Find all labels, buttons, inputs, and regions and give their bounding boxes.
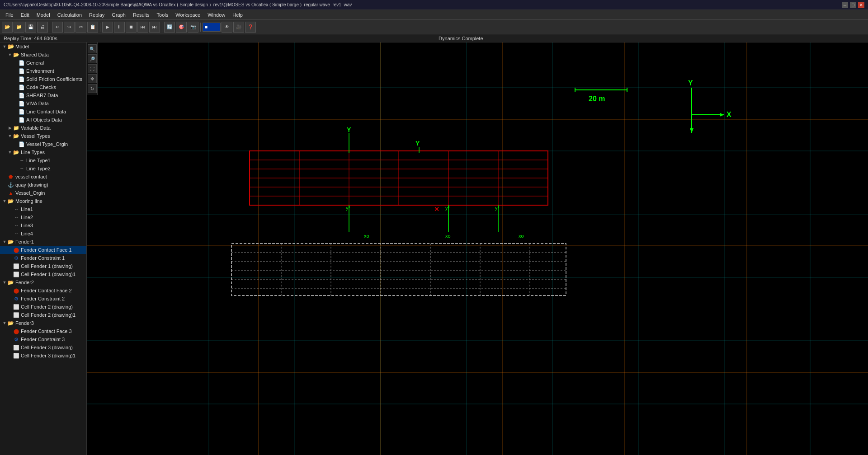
sidebar-item-quay-drawing[interactable]: ⚓ quay (drawing) [0, 181, 86, 189]
sidebar-item-shear7[interactable]: 📄 SHEAR7 Data [0, 91, 86, 99]
sidebar-item-all-objects[interactable]: 📄 All Objects Data [0, 116, 86, 124]
menu-file[interactable]: File [2, 11, 17, 19]
menu-tools[interactable]: Tools [153, 11, 172, 19]
sidebar-item-cell-fender2[interactable]: ⬜ Cell Fender 2 (drawing) [0, 303, 86, 311]
close-button[interactable]: ✕ [858, 2, 864, 8]
constraint-icon: ⚙ [13, 295, 20, 302]
spacer-icon [13, 93, 18, 98]
toolbar-cut[interactable]: ✂ [75, 22, 86, 33]
toolbar-save[interactable]: 💾 [25, 22, 36, 33]
toolbar-eye[interactable]: 👁 [222, 22, 232, 33]
menu-window[interactable]: Window [204, 11, 229, 19]
toolbar-open[interactable]: 📁 [14, 22, 24, 33]
sidebar-item-line-contact[interactable]: 📄 Line Contact Data [0, 108, 86, 116]
menu-edit[interactable]: Edit [17, 11, 33, 19]
menu-help[interactable]: Help [229, 11, 246, 19]
maximize-button[interactable]: □ [850, 2, 856, 8]
expand-icon: ▼ [2, 321, 7, 325]
toolbar-undo[interactable]: ↩ [52, 22, 63, 33]
spacer-icon [13, 166, 18, 171]
menu-graph[interactable]: Graph [108, 11, 129, 19]
sidebar-item-fender1[interactable]: ▼ 📂 Fender1 [0, 238, 86, 246]
nav-fit[interactable]: ⛶ [88, 64, 97, 73]
spacer-icon [7, 296, 13, 301]
toolbar-stop[interactable]: ⏹ [126, 22, 137, 33]
sidebar-item-line3[interactable]: ╌ Line3 [0, 221, 86, 230]
sidebar-item-line-type2[interactable]: ╌ Line Type2 [0, 164, 86, 173]
menu-workspace[interactable]: Workspace [172, 11, 204, 19]
sidebar-item-line-types[interactable]: ▼ 📂 Line Types [0, 148, 86, 156]
minimize-button[interactable]: ─ [842, 2, 848, 8]
sidebar-item-general[interactable]: 📄 General [0, 59, 86, 67]
sidebar-item-code-checks[interactable]: 📄 Code Checks [0, 83, 86, 91]
toolbar-rewind[interactable]: ⏮ [137, 22, 148, 33]
main-canvas[interactable]: Y y° y° y° ✕ xo xo xo [87, 42, 868, 455]
spacer-icon [13, 158, 18, 163]
sidebar-item-fender-constraint-1[interactable]: ⚙ Fender Constraint 1 [0, 254, 86, 262]
toolbar-reset[interactable]: 🔄 [164, 22, 175, 33]
sidebar-item-cell-fender2-1[interactable]: ⬜ Cell Fender 2 (drawing)1 [0, 311, 86, 319]
sidebar-item-line-type1[interactable]: ╌ Line Type1 [0, 156, 86, 164]
sidebar-item-vessel-contact[interactable]: ⬟ vessel contact [0, 173, 86, 181]
sidebar-item-fender-constraint-3[interactable]: ⚙ Fender Constraint 3 [0, 335, 86, 343]
toolbar-redo[interactable]: ↪ [64, 22, 75, 33]
sidebar-item-variable-data[interactable]: ▶ 📁 Variable Data [0, 124, 86, 132]
sidebar-item-model[interactable]: ▼ 📂 Model [0, 42, 86, 51]
toolbar-cam2[interactable]: 🎥 [233, 22, 244, 33]
sidebar-item-environment[interactable]: 📄 Environment [0, 67, 86, 75]
sidebar-item-solid-friction[interactable]: 📄 Solid Friction Coefficients [0, 75, 86, 83]
sidebar-item-vessel-orgin[interactable]: ▲ Vessel_Orgin [0, 189, 86, 197]
sidebar-tree[interactable]: ▼ 📂 Model ▼ 📂 Shared Data 📄 General 📄 En… [0, 42, 87, 455]
toolbar-color-input[interactable] [203, 23, 221, 32]
sidebar-item-cell-fender3[interactable]: ⬜ Cell Fender 3 (drawing) [0, 343, 86, 352]
menu-calculation[interactable]: Calculation [54, 11, 85, 19]
toolbar-target[interactable]: 🎯 [176, 22, 187, 33]
toolbar-forward[interactable]: ⏭ [149, 22, 160, 33]
toolbar-run[interactable]: ▶ [102, 22, 113, 33]
toolbar-camera[interactable]: 📷 [188, 22, 198, 33]
sidebar-item-line4[interactable]: ╌ Line4 [0, 230, 86, 238]
vessel-coord-y2: y° [445, 205, 450, 211]
sidebar-item-label: Fender Constraint 1 [21, 255, 65, 261]
sidebar-item-vessel-types[interactable]: ▼ 📂 Vessel Types [0, 132, 86, 140]
line1-icon: ╌ [13, 206, 20, 213]
nav-zoom-out[interactable]: 🔎 [88, 54, 97, 63]
sidebar-item-label: Cell Fender 2 (drawing) [21, 304, 73, 310]
toolbar-pause[interactable]: ⏸ [114, 22, 125, 33]
nav-zoom-in[interactable]: 🔍 [88, 44, 97, 53]
sidebar-item-line2[interactable]: ╌ Line2 [0, 213, 86, 221]
sidebar-item-label: Cell Fender 3 (drawing)1 [21, 353, 75, 358]
menu-results[interactable]: Results [129, 11, 153, 19]
toolbar-copy[interactable]: 📋 [87, 22, 98, 33]
sidebar-item-cell-fender1-1[interactable]: ⬜ Cell Fender 1 (drawing)1 [0, 270, 86, 278]
spacer-icon [13, 85, 18, 89]
toolbar-help[interactable]: ❓ [245, 22, 256, 33]
nav-rotate[interactable]: ↻ [88, 84, 97, 93]
constraint-icon: ⚙ [13, 336, 20, 343]
sidebar-item-fender-contact-face-2[interactable]: ⬤ Fender Contact Face 2 [0, 286, 86, 295]
toolbar-new[interactable]: 📂 [2, 22, 13, 33]
sidebar-item-viva[interactable]: 📄 VIVA Data [0, 99, 86, 108]
sidebar-item-vessel-type-orgin[interactable]: 📄 Vessel Type_Orgin [0, 140, 86, 148]
viewport[interactable]: 🔍 🔎 ⛶ ✥ ↻ [87, 42, 868, 455]
spacer-icon [13, 101, 18, 106]
menu-model[interactable]: Model [33, 11, 54, 19]
sidebar-item-fender-constraint-2[interactable]: ⚙ Fender Constraint 2 [0, 295, 86, 303]
sidebar-item-fender2[interactable]: ▼ 📂 Fender2 [0, 278, 86, 286]
sidebar-item-cell-fender1[interactable]: ⬜ Cell Fender 1 (drawing) [0, 262, 86, 270]
sidebar-item-fender3[interactable]: ▼ 📂 Fender3 [0, 319, 86, 327]
toolbar-print[interactable]: 🖨 [37, 22, 48, 33]
fender-contact-icon: ⬤ [13, 328, 20, 335]
cell-icon: ⬜ [13, 352, 20, 359]
sidebar-item-mooring-line[interactable]: ▼ 📂 Mooring line [0, 197, 86, 205]
nav-pan[interactable]: ✥ [88, 74, 97, 83]
sidebar-item-shared-data[interactable]: ▼ 📂 Shared Data [0, 51, 86, 59]
sidebar-item-cell-fender3-1[interactable]: ⬜ Cell Fender 3 (drawing)1 [0, 352, 86, 360]
sidebar-item-line1[interactable]: ╌ Line1 [0, 205, 86, 213]
sidebar-item-fender-contact-face-1[interactable]: ⬤ Fender Contact Face 1 [0, 246, 86, 254]
vessel-x-marker: ✕ [434, 206, 439, 213]
spacer-icon [7, 207, 13, 211]
menu-replay[interactable]: Replay [85, 11, 108, 19]
sidebar-item-label: Cell Fender 1 (drawing)1 [21, 272, 75, 277]
sidebar-item-fender-contact-face-3[interactable]: ⬤ Fender Contact Face 3 [0, 327, 86, 335]
